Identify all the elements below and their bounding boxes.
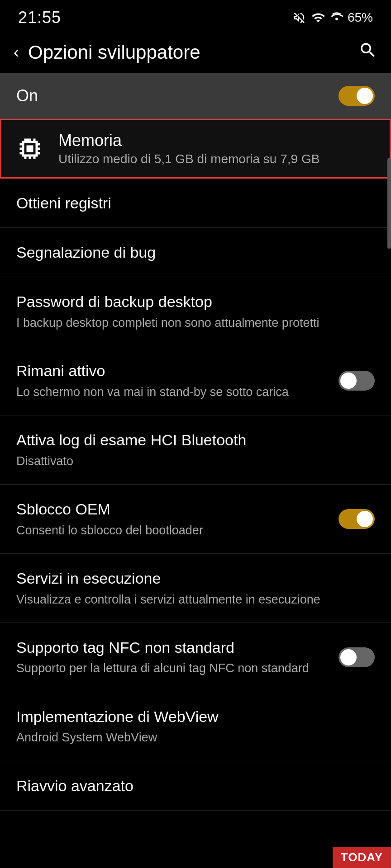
battery-text: 65% bbox=[348, 10, 373, 25]
back-button[interactable]: ‹ bbox=[14, 43, 19, 62]
setting-title: Sblocco OEM bbox=[16, 499, 329, 519]
memoria-title: Memoria bbox=[58, 131, 319, 150]
setting-toggle-container bbox=[339, 509, 375, 529]
setting-toggle[interactable] bbox=[339, 647, 375, 667]
search-button[interactable] bbox=[358, 41, 377, 64]
setting-subtitle: Consenti lo sblocco del bootloader bbox=[16, 522, 329, 539]
toggle-knob bbox=[357, 511, 373, 527]
setting-item[interactable]: Attiva log di esame HCI BluetoothDisatti… bbox=[0, 415, 391, 485]
setting-item[interactable]: Servizi in esecuzioneVisualizza e contro… bbox=[0, 554, 391, 623]
chip-icon bbox=[16, 135, 43, 162]
setting-item[interactable]: Password di backup desktopI backup deskt… bbox=[0, 277, 391, 346]
memoria-text: Memoria Utilizzo medio di 5,1 GB di memo… bbox=[58, 131, 319, 166]
mute-icon bbox=[292, 11, 306, 24]
setting-item[interactable]: Segnalazione di bug bbox=[0, 228, 391, 277]
search-icon bbox=[358, 41, 377, 60]
setting-item-content: Riavvio avanzato bbox=[16, 776, 375, 796]
setting-subtitle: Supporto per la lettura di alcuni tag NF… bbox=[16, 660, 329, 677]
page-title: Opzioni sviluppatore bbox=[28, 42, 200, 63]
setting-item[interactable]: Rimani attivoLo schermo non va mai in st… bbox=[0, 346, 391, 415]
setting-subtitle: Disattivato bbox=[16, 453, 375, 470]
setting-subtitle: I backup desktop completi non sono attua… bbox=[16, 315, 375, 332]
setting-title: Segnalazione di bug bbox=[16, 242, 375, 262]
settings-list: Ottieni registriSegnalazione di bugPassw… bbox=[0, 179, 391, 811]
setting-item-content: Segnalazione di bug bbox=[16, 242, 375, 262]
setting-title: Servizi in esecuzione bbox=[16, 568, 375, 588]
setting-subtitle: Lo schermo non va mai in stand-by se sot… bbox=[16, 384, 329, 401]
setting-item[interactable]: Riavvio avanzato bbox=[0, 761, 391, 811]
setting-item[interactable]: Sblocco OEMConsenti lo sblocco del bootl… bbox=[0, 485, 391, 554]
setting-title: Rimani attivo bbox=[16, 361, 329, 381]
setting-item-content: Rimani attivoLo schermo non va mai in st… bbox=[16, 361, 329, 401]
setting-item-content: Password di backup desktopI backup deskt… bbox=[16, 292, 375, 331]
setting-toggle[interactable] bbox=[339, 371, 375, 391]
status-time: 21:55 bbox=[18, 8, 61, 27]
setting-item[interactable]: Ottieni registri bbox=[0, 179, 391, 228]
status-icons: 65% bbox=[292, 10, 373, 25]
on-label: On bbox=[16, 86, 38, 105]
developer-on-row[interactable]: On bbox=[0, 73, 391, 119]
setting-title: Riavvio avanzato bbox=[16, 776, 375, 796]
setting-item[interactable]: Supporto tag NFC non standardSupporto pe… bbox=[0, 623, 391, 692]
memoria-subtitle: Utilizzo medio di 5,1 GB di memoria su 7… bbox=[58, 152, 319, 166]
scrollbar[interactable] bbox=[387, 158, 391, 249]
setting-toggle-container bbox=[339, 647, 375, 667]
developer-mode-toggle[interactable] bbox=[339, 86, 375, 106]
setting-item-content: Servizi in esecuzioneVisualizza e contro… bbox=[16, 568, 375, 608]
toggle-knob bbox=[357, 88, 373, 104]
setting-item-content: Implementazione di WebViewAndroid System… bbox=[16, 707, 375, 746]
setting-item-content: Sblocco OEMConsenti lo sblocco del bootl… bbox=[16, 499, 329, 539]
setting-toggle-container bbox=[339, 371, 375, 391]
setting-item-content: Attiva log di esame HCI BluetoothDisatti… bbox=[16, 430, 375, 470]
header: ‹ Opzioni sviluppatore bbox=[0, 32, 391, 73]
setting-item[interactable]: Implementazione di WebViewAndroid System… bbox=[0, 692, 391, 761]
toggle-knob bbox=[340, 373, 357, 389]
setting-toggle[interactable] bbox=[339, 509, 375, 529]
setting-item-content: Ottieni registri bbox=[16, 193, 375, 213]
setting-title: Supporto tag NFC non standard bbox=[16, 637, 329, 657]
header-left: ‹ Opzioni sviluppatore bbox=[14, 42, 200, 63]
setting-title: Implementazione di WebView bbox=[16, 707, 375, 726]
setting-item-content: Supporto tag NFC non standardSupporto pe… bbox=[16, 637, 329, 677]
status-bar: 21:55 65% bbox=[0, 0, 391, 32]
signal-icon bbox=[330, 11, 343, 24]
today-badge: TODAY bbox=[333, 847, 391, 868]
setting-subtitle: Visualizza e controlla i servizi attualm… bbox=[16, 591, 375, 609]
setting-title: Password di backup desktop bbox=[16, 292, 375, 311]
wifi-icon bbox=[310, 11, 326, 24]
setting-subtitle: Android System WebView bbox=[16, 729, 375, 746]
memoria-icon bbox=[14, 133, 46, 165]
setting-title: Attiva log di esame HCI Bluetooth bbox=[16, 430, 375, 450]
memoria-card[interactable]: Memoria Utilizzo medio di 5,1 GB di memo… bbox=[0, 119, 391, 179]
toggle-knob bbox=[340, 649, 357, 665]
setting-title: Ottieni registri bbox=[16, 193, 375, 213]
